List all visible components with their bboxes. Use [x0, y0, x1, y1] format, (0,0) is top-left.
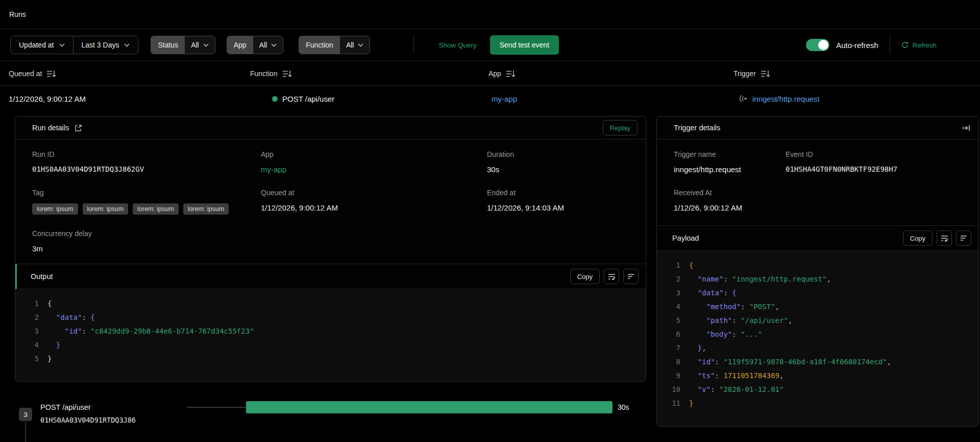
trigger-details-title: Trigger details [674, 124, 720, 132]
line-number: 1 [15, 297, 39, 311]
line-content: "data": { [47, 311, 95, 324]
chevron-down-icon [358, 43, 363, 47]
app-link[interactable]: my-app [261, 165, 487, 174]
field-label: Duration [487, 150, 627, 158]
run-fields: Run ID 01HS0AA03V04D91RTDQ3J862GV App my… [15, 139, 646, 264]
function-name: POST /api/user [282, 95, 334, 103]
line-number: 11 [657, 397, 680, 410]
show-query-link[interactable]: Show Query [438, 41, 476, 49]
word-wrap-button[interactable] [604, 269, 619, 284]
auto-refresh-label: Auto-refresh [836, 41, 878, 50]
app-filter-dropdown[interactable]: All [253, 36, 283, 54]
field-label: Run ID [32, 150, 261, 158]
field-label: Ended at [487, 189, 627, 197]
step-count-badge[interactable]: 3 [19, 408, 32, 421]
cell-app: my-app [492, 86, 517, 111]
timeline-function-name: POST /api/user [40, 403, 91, 411]
line-number: 5 [15, 352, 39, 366]
code-line: 1{ [15, 297, 646, 311]
column-header-queued-at[interactable]: Queued at [9, 61, 56, 86]
field-app: App my-app [261, 150, 487, 174]
word-wrap-button[interactable] [937, 230, 952, 246]
send-test-event-button[interactable]: Send test event [490, 35, 559, 55]
event-waves-icon [739, 95, 748, 103]
line-content: } [47, 338, 60, 352]
field-label: Received At [674, 189, 786, 197]
code-line: 4 "method": "POST", [657, 300, 978, 314]
line-content: "path": "/api/user", [689, 314, 792, 328]
refresh-icon [901, 41, 909, 49]
copy-button[interactable]: Copy [570, 269, 600, 284]
field-queued-at: Queued at 1/12/2026, 9:00:12 AM [261, 189, 487, 215]
code-line: 5 "path": "/api/user", [657, 314, 978, 328]
field-duration: Duration 30s [487, 150, 627, 174]
code-line: 3 "id": "c8429dd9-29b8-44e6-b714-767d34c… [15, 324, 646, 338]
trigger-link[interactable]: inngest/http.request [752, 95, 820, 103]
refresh-button[interactable]: Refresh [901, 41, 937, 49]
run-details-title: Run details [32, 124, 69, 132]
cell-function: POST /api/user [272, 86, 334, 111]
payload-title: Payload [672, 234, 699, 242]
field-received-at: Received At 1/12/26, 9:00:12 AM [674, 189, 786, 212]
function-filter-label: Function [299, 36, 340, 54]
output-section-header: Output Copy [15, 264, 646, 289]
run-details-panel: Run details Replay Run ID 01HS0AA03V04D9… [15, 116, 646, 382]
word-wrap-icon [941, 235, 948, 242]
trigger-details-header: Trigger details [657, 117, 978, 139]
status-filter-label: Status [151, 36, 185, 54]
align-lines-button[interactable] [956, 230, 971, 246]
field-label: Queued at [261, 189, 487, 197]
line-number: 10 [657, 383, 680, 397]
code-line: 11} [657, 397, 978, 410]
event-id-value: 01HSHA4GT0FN0NRBKTF92E98H7 [786, 165, 960, 173]
line-number: 4 [657, 300, 680, 314]
sort-icon [282, 70, 292, 78]
chevron-down-icon [271, 43, 277, 47]
time-range-dropdown[interactable]: Last 3 Days [74, 36, 138, 54]
sort-icon [46, 70, 56, 78]
field-label: App [261, 150, 487, 158]
tag-chip: lorem: ipsum [32, 203, 78, 215]
app-link[interactable]: my-app [492, 95, 517, 103]
output-code[interactable]: 1{2 "data": {3 "id": "c8429dd9-29b8-44e6… [15, 289, 646, 382]
auto-refresh-toggle[interactable] [806, 39, 829, 51]
refresh-cluster: Auto-refresh Refresh [806, 36, 937, 54]
table-row[interactable]: 1/12/2026, 9:00:12 AM POST /api/user my-… [0, 86, 980, 111]
timeline-duration-bar[interactable] [246, 401, 612, 413]
line-number: 5 [657, 314, 680, 328]
payload-section-header: Payload Copy [657, 225, 978, 251]
code-line: 2 "data": { [15, 311, 646, 324]
sort-field-dropdown[interactable]: Updated at [11, 36, 73, 54]
column-header-function[interactable]: Function [250, 61, 292, 86]
copy-button[interactable]: Copy [903, 230, 933, 246]
field-concurrency-delay: Concurrency delay 3m [32, 229, 261, 253]
tag-chip: lorem: ipsum [183, 203, 229, 215]
timeline-vertical-line [25, 422, 26, 442]
app-filter: App All [227, 36, 283, 54]
app-filter-label: App [227, 36, 253, 54]
run-id-value: 01HS0AA03V04D91RTDQ3J862GV [32, 165, 261, 173]
chevron-down-icon [59, 43, 65, 47]
code-line: 3 "data": { [657, 286, 978, 300]
function-filter: Function All [299, 36, 370, 54]
field-tag: Tag lorem: ipsumlorem: ipsumlorem: ipsum… [32, 189, 261, 215]
code-line: 6 "body": "..." [657, 328, 978, 341]
line-number: 4 [15, 338, 39, 352]
replay-button[interactable]: Replay [603, 120, 638, 135]
line-number: 3 [15, 324, 39, 338]
code-line: 5} [15, 352, 646, 366]
page-header: Runs [0, 0, 980, 29]
collapse-panel-icon[interactable] [962, 124, 970, 132]
divider [890, 36, 890, 54]
code-line: 8 "id": "119f5971-9878-46bd-a18f-4f06801… [657, 355, 978, 369]
line-content: "id": "c8429dd9-29b8-44e6-b714-767d34c55… [47, 324, 254, 338]
align-lines-button[interactable] [623, 269, 639, 284]
payload-code[interactable]: 1{2 "name": "inngest/http.request",3 "da… [657, 251, 978, 427]
status-filter-dropdown[interactable]: All [185, 36, 215, 54]
external-link-icon[interactable] [75, 124, 82, 132]
function-filter-dropdown[interactable]: All [340, 36, 370, 54]
chevron-down-icon [124, 43, 130, 47]
column-header-trigger[interactable]: Trigger [733, 61, 770, 86]
refresh-label: Refresh [913, 41, 937, 49]
column-header-app[interactable]: App [488, 61, 516, 86]
